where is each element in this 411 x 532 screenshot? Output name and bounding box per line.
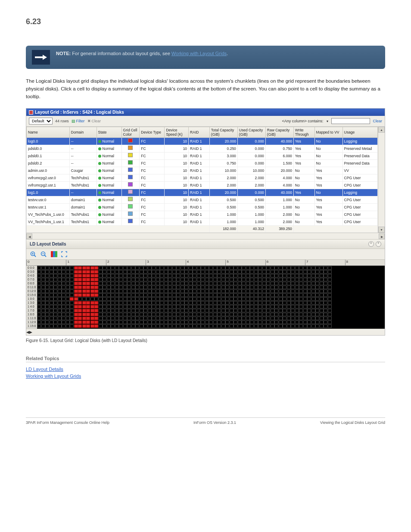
- layout-cell[interactable]: [135, 289, 139, 293]
- layout-cell[interactable]: [131, 324, 135, 328]
- layout-cell[interactable]: [86, 309, 90, 312]
- layout-cell[interactable]: [311, 301, 315, 305]
- layout-cell[interactable]: [70, 324, 74, 328]
- layout-cell[interactable]: [221, 293, 225, 297]
- layout-cell[interactable]: [234, 309, 237, 312]
- layout-cell[interactable]: [274, 309, 278, 312]
- table-row[interactable]: vvfromcpg2.usr.0TechPubs1NormalFC10RAID …: [27, 174, 378, 182]
- scroll-right-icon[interactable]: ▶: [29, 330, 32, 334]
- layout-cell[interactable]: [213, 274, 217, 277]
- layout-cell[interactable]: [234, 286, 237, 289]
- layout-cell[interactable]: [262, 278, 266, 281]
- layout-cell[interactable]: [58, 282, 62, 285]
- layout-cell[interactable]: [230, 317, 234, 320]
- layout-cell[interactable]: [315, 301, 319, 305]
- layout-cell[interactable]: [213, 266, 217, 270]
- layout-cell[interactable]: [274, 289, 278, 293]
- layout-cell[interactable]: [225, 282, 229, 285]
- layout-cell[interactable]: [172, 270, 176, 274]
- layout-cell[interactable]: [62, 324, 65, 328]
- layout-cell[interactable]: [103, 305, 106, 308]
- layout-cell[interactable]: [111, 278, 115, 281]
- layout-cell[interactable]: [197, 293, 201, 297]
- layout-cell[interactable]: [160, 270, 164, 274]
- layout-cell[interactable]: [254, 309, 258, 312]
- layout-cell[interactable]: [135, 274, 139, 277]
- layout-cell[interactable]: [50, 317, 53, 320]
- layout-cell[interactable]: [58, 286, 62, 289]
- layout-cell[interactable]: [230, 313, 234, 316]
- layout-cell[interactable]: [164, 274, 168, 277]
- layout-cell[interactable]: [123, 320, 127, 324]
- layout-cell[interactable]: [283, 301, 286, 305]
- layout-cell[interactable]: [201, 270, 205, 274]
- layout-cell[interactable]: [74, 324, 78, 328]
- layout-cell[interactable]: [176, 320, 180, 324]
- layout-cell[interactable]: [82, 293, 86, 297]
- layout-cell[interactable]: [254, 266, 258, 270]
- layout-cell[interactable]: [152, 320, 156, 324]
- layout-cell[interactable]: [234, 297, 237, 301]
- layout-cell[interactable]: [205, 286, 209, 289]
- layout-cell[interactable]: [254, 293, 258, 297]
- layout-cell[interactable]: [74, 286, 78, 289]
- layout-cell[interactable]: [303, 266, 307, 270]
- layout-cell[interactable]: [160, 309, 164, 312]
- layout-cell[interactable]: [78, 274, 82, 277]
- layout-cell[interactable]: [303, 274, 307, 277]
- layout-cell[interactable]: [283, 320, 286, 324]
- layout-cell[interactable]: [82, 289, 86, 293]
- layout-cell[interactable]: [82, 270, 86, 274]
- layout-cell[interactable]: [45, 286, 49, 289]
- layout-cell[interactable]: [131, 274, 135, 277]
- layout-cell[interactable]: [45, 309, 49, 312]
- layout-cell[interactable]: [58, 317, 62, 320]
- layout-cell[interactable]: [41, 320, 45, 324]
- layout-cell[interactable]: [279, 266, 283, 270]
- layout-cell[interactable]: [41, 309, 45, 312]
- layout-cell[interactable]: [193, 286, 196, 289]
- layout-cell[interactable]: [94, 286, 98, 289]
- layout-cell[interactable]: [234, 293, 237, 297]
- layout-cell[interactable]: [82, 305, 86, 308]
- table-row[interactable]: VV_TechPubs_1.usr.0TechPubs1NormalFC10RA…: [27, 211, 378, 218]
- layout-cell[interactable]: [274, 324, 278, 328]
- layout-cell[interactable]: [262, 305, 266, 308]
- layout-cell[interactable]: [328, 289, 332, 293]
- layout-cell[interactable]: [221, 278, 225, 281]
- layout-cell[interactable]: [193, 289, 196, 293]
- layout-cell[interactable]: [99, 289, 103, 293]
- scroll-right-icon[interactable]: ▶: [379, 233, 385, 239]
- column-header[interactable]: RAID: [189, 127, 210, 138]
- layout-cell[interactable]: [176, 282, 180, 285]
- layout-cell[interactable]: [123, 305, 127, 308]
- layout-cell[interactable]: [250, 293, 254, 297]
- layout-cell[interactable]: [45, 278, 49, 281]
- scroll-left-icon[interactable]: ◀: [26, 233, 32, 239]
- layout-cell[interactable]: [225, 301, 229, 305]
- layout-cell[interactable]: [311, 289, 315, 293]
- layout-cell[interactable]: [291, 301, 295, 305]
- layout-cell[interactable]: [320, 313, 324, 316]
- layout-cell[interactable]: [250, 301, 254, 305]
- layout-cell[interactable]: [181, 324, 184, 328]
- layout-cell[interactable]: [78, 270, 82, 274]
- layout-cell[interactable]: [37, 289, 41, 293]
- layout-cell[interactable]: [131, 293, 135, 297]
- layout-cell[interactable]: [299, 274, 303, 277]
- layout-cell[interactable]: [217, 278, 221, 281]
- layout-cell[interactable]: [115, 293, 119, 297]
- layout-cell[interactable]: [307, 305, 311, 308]
- layout-cell[interactable]: [111, 301, 115, 305]
- layout-cell[interactable]: [99, 274, 103, 277]
- layout-cell[interactable]: [201, 324, 205, 328]
- layout-cell[interactable]: [135, 309, 139, 312]
- layout-cell[interactable]: [225, 305, 229, 308]
- zoom-out-icon[interactable]: [40, 251, 47, 258]
- layout-cell[interactable]: [234, 282, 237, 285]
- layout-cell[interactable]: [266, 270, 270, 274]
- note-link[interactable]: Working with Layout Grids: [171, 51, 227, 56]
- layout-cell[interactable]: [287, 309, 291, 312]
- layout-cell[interactable]: [242, 301, 246, 305]
- layout-cell[interactable]: [152, 305, 156, 308]
